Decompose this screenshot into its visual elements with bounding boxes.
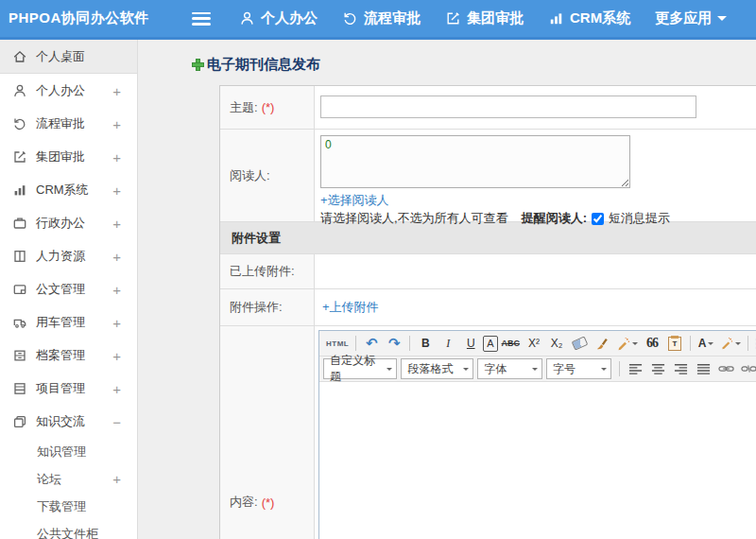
sidebar-item-vehicle-management[interactable]: 用车管理 +	[0, 305, 137, 339]
expand-toggle[interactable]: +	[112, 380, 121, 396]
layers-icon	[12, 414, 27, 429]
readers-label-cell: 阅读人:	[220, 130, 315, 221]
uploaded-label-cell: 已上传附件:	[220, 254, 315, 288]
strikethrough-button[interactable]: ABC	[500, 334, 523, 354]
chevron-down-icon	[532, 368, 538, 374]
superscript-button[interactable]: X²	[524, 334, 544, 354]
sidebar-item-label: 个人办公	[36, 82, 85, 99]
format-brush-icon[interactable]	[592, 334, 612, 354]
content-label: 内容:	[230, 494, 258, 511]
sidebar-item-group-approval[interactable]: 集团审批 +	[0, 140, 137, 173]
expand-toggle[interactable]: +	[112, 248, 121, 264]
bold-button[interactable]: B	[415, 334, 436, 354]
expand-toggle[interactable]: +	[112, 314, 121, 330]
page-title: 电子期刊信息发布	[192, 56, 756, 74]
sidebar-item-label: 公文管理	[36, 281, 85, 298]
sidebar: 个人桌面 个人办公 + 流程审批 + 集团审批 + CRM系统 + 行政办公 +	[0, 40, 138, 539]
align-right-icon[interactable]	[670, 359, 691, 379]
sidebar-item-personal-desktop[interactable]: 个人桌面	[0, 40, 137, 74]
topnav-personal-office[interactable]: 个人办公	[239, 9, 318, 27]
expand-toggle[interactable]: +	[112, 215, 121, 231]
topnav-group-approval[interactable]: 集团审批	[445, 9, 524, 27]
align-left-icon[interactable]	[625, 359, 645, 379]
sidebar-item-human-resources[interactable]: 人力资源 +	[0, 239, 137, 272]
chart-icon	[12, 183, 27, 198]
subscript-button[interactable]: X₂	[546, 334, 567, 354]
expand-toggle[interactable]: +	[112, 281, 121, 297]
font-size-select[interactable]: 字号	[546, 358, 611, 379]
highlight-pen-icon[interactable]	[718, 334, 743, 354]
sidebar-subitem-forum[interactable]: 论坛 +	[0, 465, 137, 493]
expand-toggle[interactable]: +	[112, 115, 121, 131]
content-field-cell: HTML ↶ ↷ B I U A ABC X² X₂	[315, 326, 756, 539]
align-center-icon[interactable]	[647, 359, 668, 379]
editor-content-area[interactable]	[319, 382, 756, 539]
expand-toggle[interactable]: +	[112, 148, 121, 165]
remove-link-icon[interactable]	[738, 359, 756, 379]
eraser-icon[interactable]	[569, 334, 590, 354]
expand-toggle[interactable]: +	[112, 347, 121, 363]
sidebar-subitem-download-management[interactable]: 下载管理	[0, 493, 137, 520]
expand-toggle[interactable]: +	[112, 471, 121, 487]
content-row: 内容: (*) HTML ↶ ↷ B I	[220, 326, 756, 539]
readers-hint-text: 请选择阅读人,不选为所有人可查看	[320, 210, 508, 227]
sidebar-item-personal-office[interactable]: 个人办公 +	[0, 74, 137, 107]
toolbar-separator	[690, 336, 691, 351]
topnav-workflow-approval[interactable]: 流程审批	[342, 9, 421, 27]
subject-row: 主题: (*)	[220, 86, 756, 130]
editor-toolbar-row-1: HTML ↶ ↷ B I U A ABC X² X₂	[319, 331, 756, 356]
autoformat-wand-icon[interactable]	[614, 334, 640, 354]
sidebar-item-label: 档案管理	[36, 347, 85, 364]
sidebar-item-project-management[interactable]: 项目管理 +	[0, 372, 137, 405]
sidebar-item-knowledge-exchange[interactable]: 知识交流 −	[0, 405, 137, 438]
blockquote-button[interactable]: 66	[642, 334, 662, 354]
redo-icon[interactable]: ↷	[384, 334, 404, 354]
sidebar-subitem-knowledge-management[interactable]: 知识管理	[0, 438, 137, 465]
toolbar-separator	[747, 336, 748, 351]
attachment-action-label-cell: 附件操作:	[220, 289, 315, 325]
toolbar-separator	[355, 336, 356, 351]
collapse-toggle[interactable]: −	[112, 413, 121, 429]
sidebar-item-label: 知识交流	[36, 413, 85, 430]
sidebar-subitem-public-file-cabinet[interactable]: 公共文件柜	[0, 520, 137, 539]
paragraph-format-select[interactable]: 段落格式	[401, 358, 473, 379]
select-readers-link[interactable]: +选择阅读人	[320, 193, 389, 207]
italic-button[interactable]: I	[438, 334, 458, 354]
chart-icon	[548, 10, 564, 26]
top-nav: 个人办公 流程审批 集团审批 CRM系统 更多应用	[239, 9, 727, 27]
subject-input[interactable]	[320, 96, 696, 118]
sidebar-item-archive-management[interactable]: 档案管理 +	[0, 339, 137, 372]
upload-attachment-link[interactable]: +上传附件	[322, 299, 379, 316]
cycle-icon	[12, 116, 27, 131]
topnav-label: 更多应用	[655, 9, 712, 27]
font-family-select[interactable]: 字体	[477, 358, 542, 379]
sms-remind-checkbox[interactable]	[592, 213, 604, 225]
underline-button[interactable]: U	[460, 334, 481, 354]
font-style-box-button[interactable]: A	[483, 336, 497, 352]
font-color-button[interactable]: A	[696, 334, 716, 354]
sidebar-item-admin-office[interactable]: 行政办公 +	[0, 206, 137, 239]
readers-label: 阅读人:	[230, 167, 270, 184]
readers-textarea[interactable]: 0	[320, 135, 630, 188]
undo-icon[interactable]: ↶	[361, 334, 382, 354]
font-size-label: 字号	[553, 361, 576, 377]
readers-row: 阅读人: 0 +选择阅读人 请选择阅读人,不选为所有人可查看 提醒阅读人: 短消…	[220, 130, 756, 222]
paste-icon[interactable]: T	[664, 334, 685, 354]
hamburger-menu-icon[interactable]	[192, 12, 211, 26]
custom-heading-select[interactable]: 自定义标题	[323, 358, 397, 379]
top-navbar: PHPOA协同办公软件 个人办公 流程审批 集团审批 CRM系统 更多应用	[0, 0, 756, 40]
publish-form: 主题: (*) 阅读人: 0 +选择阅读人 请选择阅读人,不选为所	[219, 85, 756, 539]
insert-link-icon[interactable]	[715, 359, 736, 379]
topnav-crm-system[interactable]: CRM系统	[548, 9, 630, 27]
paragraph-format-label: 段落格式	[407, 361, 453, 377]
sidebar-item-crm-system[interactable]: CRM系统 +	[0, 173, 137, 206]
sidebar-item-workflow-approval[interactable]: 流程审批 +	[0, 107, 137, 140]
expand-toggle[interactable]: +	[112, 82, 121, 98]
html-source-button[interactable]: HTML	[324, 334, 351, 354]
topnav-more-apps[interactable]: 更多应用	[655, 9, 727, 27]
sidebar-item-document-management[interactable]: 公文管理 +	[0, 272, 137, 305]
align-justify-icon[interactable]	[693, 359, 713, 379]
sidebar-item-label: 用车管理	[36, 314, 85, 331]
expand-toggle[interactable]: +	[112, 182, 121, 198]
attachment-action-field-cell: +上传附件	[315, 289, 756, 325]
